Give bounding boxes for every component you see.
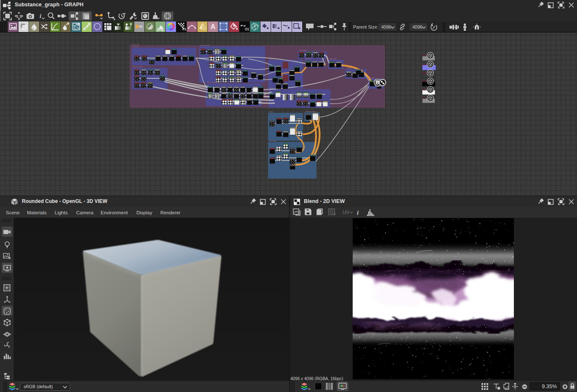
svg-text:Stars: Stars bbox=[269, 111, 274, 113]
svg-text:Output: Output bbox=[370, 77, 375, 79]
svg-text:1:1: 1:1 bbox=[16, 14, 21, 19]
svg-text:01: 01 bbox=[245, 27, 249, 31]
svg-text:A: A bbox=[211, 23, 216, 30]
svg-text:01: 01 bbox=[182, 27, 186, 31]
svg-text:i: i bbox=[40, 13, 42, 19]
svg-text:Drk blnd: Drk blnd bbox=[330, 58, 336, 60]
svg-text:Main clouds: Main clouds bbox=[200, 44, 210, 46]
svg-text:Dark flakes: Dark flakes bbox=[299, 49, 308, 51]
svg-text:i: i bbox=[357, 209, 359, 216]
svg-text:Misc: Misc bbox=[270, 87, 274, 89]
svg-text:texture: texture bbox=[133, 45, 138, 48]
svg-text:Roof texture: Roof texture bbox=[133, 66, 143, 68]
svg-text:UV: UV bbox=[343, 210, 349, 215]
svg-text:Nondisruptive: Nondisruptive bbox=[306, 110, 316, 112]
svg-text:Dust blur: Dust blur bbox=[269, 140, 277, 142]
